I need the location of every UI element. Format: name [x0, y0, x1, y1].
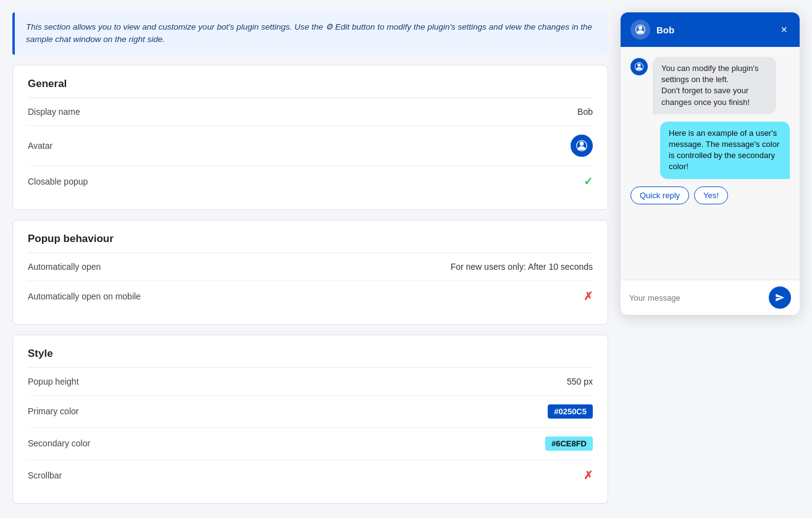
chat-header: Bob × — [621, 12, 800, 47]
send-icon — [775, 293, 785, 303]
scrollbar-label: Scrollbar — [28, 470, 62, 480]
display-name-label: Display name — [28, 107, 80, 117]
scrollbar-cross-icon: ✗ — [584, 469, 593, 482]
popup-height-label: Popup height — [28, 377, 79, 386]
bot-avatar-small — [630, 58, 648, 75]
closable-popup-label: Closable popup — [28, 177, 88, 186]
chat-bot-icon — [635, 24, 646, 35]
style-title: Style — [28, 348, 593, 368]
bot-avatar-icon — [634, 62, 644, 72]
avatar-label: Avatar — [28, 141, 52, 151]
user-message-1: Here is an example of a user's message. … — [660, 122, 790, 179]
popup-height-value: 550 px — [567, 377, 593, 386]
quick-reply-button-1[interactable]: Quick reply — [630, 186, 689, 204]
general-card: General Display name Bob Avatar Closable… — [12, 65, 608, 210]
auto-open-row: Automatically open For new users only: A… — [28, 253, 593, 281]
auto-open-value: For new users only: After 10 seconds — [451, 262, 593, 272]
popup-behaviour-title: Popup behaviour — [28, 233, 593, 253]
display-name-value: Bob — [577, 107, 593, 117]
svg-point-0 — [580, 141, 584, 146]
avatar-icon — [576, 140, 588, 152]
chat-body: You can modify the plugin's settings on … — [621, 47, 800, 280]
left-panel: This section allows you to view and cust… — [12, 12, 608, 504]
auto-open-mobile-cross-icon: ✗ — [584, 290, 593, 303]
primary-color-label: Primary color — [28, 406, 78, 416]
svg-point-4 — [637, 64, 640, 67]
style-card: Style Popup height 550 px Primary color … — [12, 335, 608, 504]
display-name-row: Display name Bob — [28, 98, 593, 126]
bot-message-1: You can modify the plugin's settings on … — [653, 57, 776, 114]
primary-color-row: Primary color #0250C5 — [28, 396, 593, 428]
right-panel: Bob × You can modify the plugin's s — [621, 12, 800, 504]
info-text: This section allows you to view and cust… — [26, 22, 592, 44]
auto-open-label: Automatically open — [28, 262, 101, 272]
primary-color-badge: #0250C5 — [548, 404, 593, 419]
chat-close-button[interactable]: × — [778, 23, 790, 36]
secondary-color-badge: #6CE8FD — [545, 437, 593, 451]
chat-message-input[interactable] — [629, 293, 763, 303]
quick-replies-container: Quick reply Yes! — [630, 186, 790, 204]
popup-behaviour-card: Popup behaviour Automatically open For n… — [12, 220, 608, 325]
svg-point-2 — [638, 26, 642, 30]
secondary-color-label: Secondary color — [28, 438, 90, 448]
avatar-display — [571, 135, 593, 157]
chat-widget: Bob × You can modify the plugin's s — [621, 12, 800, 315]
closable-popup-check-icon: ✓ — [584, 175, 593, 188]
secondary-color-row: Secondary color #6CE8FD — [28, 428, 593, 460]
avatar-row: Avatar — [28, 126, 593, 166]
auto-open-mobile-row: Automatically open on mobile ✗ — [28, 281, 593, 312]
chat-footer — [621, 280, 800, 315]
gear-icon: ⚙ — [325, 22, 333, 31]
auto-open-mobile-label: Automatically open on mobile — [28, 291, 141, 301]
scrollbar-row: Scrollbar ✗ — [28, 460, 593, 491]
popup-height-row: Popup height 550 px — [28, 368, 593, 396]
closable-popup-row: Closable popup ✓ — [28, 166, 593, 197]
chat-send-button[interactable] — [769, 286, 791, 309]
general-title: General — [28, 78, 593, 98]
quick-reply-button-2[interactable]: Yes! — [694, 186, 728, 204]
bot-message-row-1: You can modify the plugin's settings on … — [630, 57, 790, 114]
info-banner: This section allows you to view and cust… — [12, 12, 608, 55]
chat-header-name: Bob — [656, 25, 772, 35]
chat-header-avatar — [630, 20, 650, 40]
